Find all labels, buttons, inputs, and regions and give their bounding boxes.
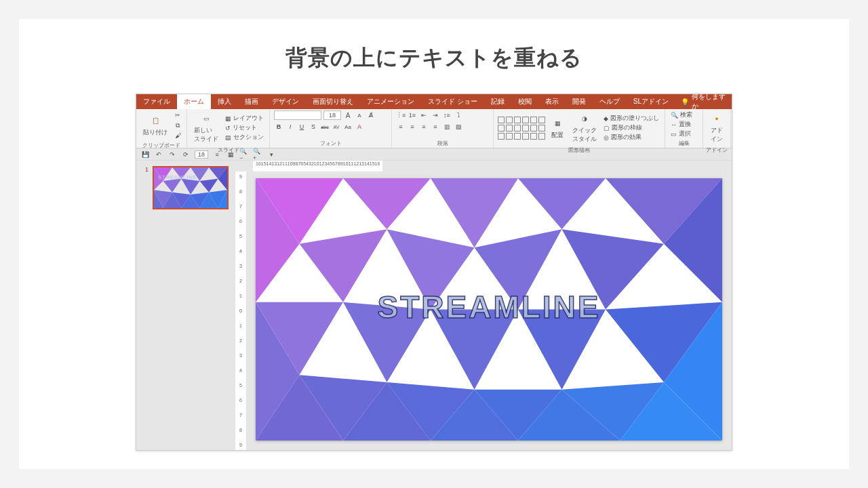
ruler-tick: 9 <box>239 174 242 179</box>
char-spacing-icon[interactable]: AV <box>332 122 341 131</box>
section-icon: ▤ <box>225 134 231 141</box>
justify-icon[interactable]: ≡ <box>431 122 440 131</box>
ruler-tick: 8 <box>239 189 242 194</box>
addins-icon: ● <box>710 112 724 125</box>
qat-font-size[interactable]: 18 <box>195 150 208 159</box>
line-spacing-icon[interactable]: ↕≡ <box>442 110 452 120</box>
group-paragraph: ⋮≡ 1≡ ⇤ ⇥ ↕≡ ⤵ ≡ ≡ ≡ ≡ ▥ <box>392 109 494 148</box>
undo-icon[interactable]: ↶ <box>154 150 163 159</box>
horizontal-ruler[interactable]: 1615141312111098765432101234567891011121… <box>253 161 382 171</box>
ruler-tick: 7 <box>239 204 242 209</box>
vertical-ruler[interactable]: 9876543210123456789 <box>235 171 246 450</box>
align-right-icon[interactable]: ≡ <box>419 122 429 131</box>
format-painter-icon[interactable]: 🖌 <box>173 131 182 140</box>
replace-button[interactable]: ↔置換 <box>669 120 694 129</box>
shapes-gallery[interactable] <box>498 117 545 140</box>
increase-font-icon[interactable]: A <box>343 110 353 120</box>
tab-insert[interactable]: 挿入 <box>211 94 238 109</box>
tell-me-search[interactable]: 💡 何をしますか <box>675 94 732 109</box>
font-size-dropdown[interactable]: 18 <box>323 110 341 120</box>
strikethrough-icon[interactable]: abc <box>320 122 330 131</box>
qat-zoom-out-icon[interactable]: 🔍− <box>239 150 249 159</box>
shape-outline-button[interactable]: ▢図形の枠線 <box>602 123 660 132</box>
slide-thumbnail-1[interactable]: STREAMLINE <box>153 166 229 209</box>
bold-icon[interactable]: B <box>274 122 283 131</box>
tab-transitions[interactable]: 画面切り替え <box>306 94 360 109</box>
quick-styles-button[interactable]: ◑ クイック スタイル <box>570 110 599 145</box>
shape-fill-button[interactable]: ◆図形の塗りつぶし <box>602 114 660 123</box>
new-slide-label: 新しい スライド <box>194 126 218 144</box>
change-case-icon[interactable]: Aa <box>343 122 353 131</box>
qat-align-icon[interactable]: ≡ <box>212 150 222 159</box>
ruler-corner <box>235 161 253 171</box>
font-family-dropdown[interactable] <box>274 110 321 120</box>
tab-sladdins[interactable]: SLアドイン <box>627 94 675 109</box>
quick-styles-label: クイック スタイル <box>572 126 597 144</box>
shape-effects-button[interactable]: ◎図形の効果 <box>602 133 660 142</box>
slide-viewport[interactable]: STREAMLINE <box>246 171 732 450</box>
decrease-font-icon[interactable]: A <box>355 110 364 120</box>
group-drawing: ▦ 配置 ◑ クイック スタイル ◆図形の塗りつぶし ▢図形の枠線 ◎図形の効果 <box>494 109 665 148</box>
group-clipboard: 📋 貼り付け ✂ ⧉ 🖌 クリップボード <box>136 109 187 148</box>
reset-button[interactable]: ↺リセット <box>224 123 265 132</box>
find-button[interactable]: 🔍検索 <box>669 110 694 119</box>
tab-record[interactable]: 記録 <box>484 94 511 109</box>
section-label: セクション <box>233 133 264 142</box>
arrange-icon: ▦ <box>551 117 564 130</box>
ruler-tick: 1 <box>239 293 242 298</box>
smartart-icon[interactable]: ▧ <box>454 122 463 131</box>
svg-marker-19 <box>343 178 431 229</box>
qat-zoom-in-icon[interactable]: 🔍+ <box>253 150 262 159</box>
effects-icon: ◎ <box>604 134 609 141</box>
align-center-icon[interactable]: ≡ <box>408 122 417 131</box>
section-button[interactable]: ▤セクション <box>224 133 265 142</box>
addins-button[interactable]: ● アド イン <box>707 110 726 145</box>
shadow-icon[interactable]: S <box>309 122 318 131</box>
bullets-icon[interactable]: ⋮≡ <box>396 110 406 120</box>
new-slide-button[interactable]: ▭ 新しい スライド <box>191 110 221 145</box>
tab-design[interactable]: デザイン <box>265 94 306 109</box>
clipboard-icon: 📋 <box>149 114 162 127</box>
paste-button[interactable]: 📋 貼り付け <box>140 113 170 138</box>
italic-icon[interactable]: I <box>285 122 295 131</box>
arrange-button[interactable]: ▦ 配置 <box>548 115 567 141</box>
increase-indent-icon[interactable]: ⇥ <box>431 110 440 120</box>
tab-home[interactable]: ホーム <box>177 94 211 109</box>
tab-view[interactable]: 表示 <box>538 94 566 109</box>
tab-review[interactable]: 校閲 <box>511 94 538 109</box>
tab-help[interactable]: ヘルプ <box>593 94 627 109</box>
new-slide-icon: ▭ <box>199 112 213 125</box>
qat-more-icon[interactable]: ▾ <box>267 150 276 159</box>
tab-draw[interactable]: 描画 <box>238 94 265 109</box>
copy-icon[interactable]: ⧉ <box>173 121 182 130</box>
numbering-icon[interactable]: 1≡ <box>408 110 417 120</box>
tab-slideshow[interactable]: スライド ショー <box>421 94 484 109</box>
layout-icon: ▦ <box>225 115 231 122</box>
align-left-icon[interactable]: ≡ <box>396 122 406 131</box>
decrease-indent-icon[interactable]: ⇤ <box>419 110 429 120</box>
tab-developer[interactable]: 開発 <box>566 94 593 109</box>
search-icon: 🔍 <box>671 112 678 119</box>
select-button[interactable]: ▭選択 <box>669 129 694 138</box>
qat-grid-icon[interactable]: ▦ <box>226 150 235 159</box>
cut-icon[interactable]: ✂ <box>173 110 182 120</box>
slide-canvas[interactable]: STREAMLINE <box>256 178 722 441</box>
slide-headline-text[interactable]: STREAMLINE <box>256 289 722 325</box>
repeat-icon[interactable]: ⟳ <box>181 150 191 159</box>
layout-button[interactable]: ▦レイアウト <box>224 114 265 123</box>
text-direction-icon[interactable]: ⤵ <box>454 110 463 120</box>
tab-animations[interactable]: アニメーション <box>360 94 421 109</box>
save-icon[interactable]: 💾 <box>140 150 150 159</box>
tab-file[interactable]: ファイル <box>136 94 177 109</box>
columns-icon[interactable]: ▥ <box>442 122 452 131</box>
underline-icon[interactable]: U <box>297 122 307 131</box>
shape-outline-label: 図形の枠線 <box>612 123 642 132</box>
paste-label: 貼り付け <box>143 128 167 137</box>
redo-icon[interactable]: ↷ <box>167 150 177 159</box>
layout-label: レイアウト <box>233 114 264 123</box>
ruler-tick: 14 <box>267 161 272 166</box>
font-color-icon[interactable]: A <box>355 122 364 131</box>
clear-formatting-icon[interactable]: A̸ <box>366 110 376 120</box>
group-font: 18 A A A̸ B I U S abc AV Aa <box>270 109 392 148</box>
ruler-tick: 16 <box>375 161 380 166</box>
